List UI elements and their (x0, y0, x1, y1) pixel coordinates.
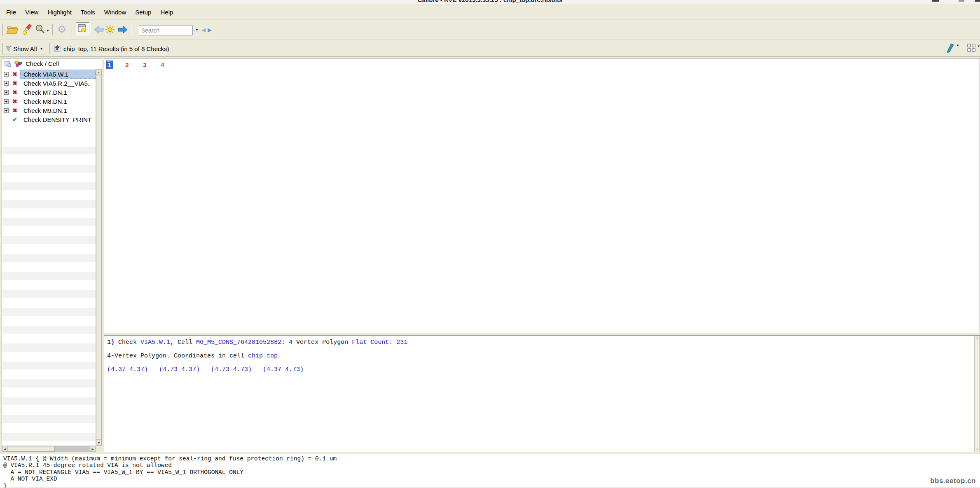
fail-x-icon: ✖ (11, 80, 19, 86)
menu-highlight[interactable]: Highlight (43, 7, 76, 18)
tree-row-check-via5-r-2[interactable]: + ✖ Check VIA5.R.2__VIA5. (2, 79, 96, 88)
open-results-button[interactable] (6, 24, 19, 35)
results-pane[interactable]: 1 2 3 4 (104, 58, 980, 333)
zoom-highlight-button[interactable] (35, 24, 45, 35)
layout-grid-button[interactable]: ▼ (967, 44, 980, 52)
expand-plus-icon[interactable]: + (4, 99, 9, 104)
next-result-button[interactable] (117, 25, 128, 34)
result-item-1[interactable]: 1 (106, 61, 113, 69)
tree-vertical-scrollbar[interactable]: ▲ ▼ (96, 69, 102, 446)
tree-row-check-density-print[interactable]: ✔ Check DENSITY_PRINT (2, 115, 96, 124)
tree-row-label: Check M7.DN.1 (22, 88, 69, 97)
expand-plus-icon[interactable]: + (4, 90, 9, 95)
tree-row-check-m9-dn-1[interactable]: + ✖ Check M9.DN.1 (2, 106, 96, 115)
toolbar-drag-handle[interactable] (2, 23, 3, 36)
tree-row-check-via5-w-1[interactable]: + ✖ Check VIA5.W.1 (2, 70, 96, 79)
tree-row-check-m7-dn-1[interactable]: + ✖ Check M7.DN.1 (2, 88, 96, 97)
window-title: Calibre - RVE v2015.3.35.25 : chip_top.d… (0, 0, 980, 3)
tree-row-check-m8-dn-1[interactable]: + ✖ Check M8.DN.1 (2, 97, 96, 106)
show-all-label: Show All (13, 45, 37, 52)
tree-row-label: Check M8.DN.1 (22, 97, 69, 106)
details-scrollbar[interactable]: ▲ ▼ (974, 336, 980, 452)
toolbar-drag-handle[interactable] (131, 23, 132, 36)
minimize-button[interactable] (932, 0, 939, 2)
tree-row-label: Check DENSITY_PRINT (22, 115, 93, 124)
watermark-text: bbs.eetop.cn (930, 477, 976, 485)
magnifier-icon (35, 24, 45, 35)
cell-name-link[interactable]: M6_M5_CDNS_764281052882 (196, 339, 281, 346)
result-details-pane: 1) Check VIA5.W.1, Cell M6_M5_CDNS_76428… (104, 335, 980, 452)
scroll-right-icon[interactable]: ▶ (90, 446, 96, 452)
check-name-link[interactable]: VIA5.W.1 (140, 339, 170, 346)
chip-top-link[interactable]: chip_top (248, 353, 278, 360)
show-highlights-toggle[interactable] (76, 22, 89, 35)
zoom-dropdown-arrow[interactable]: ▼ (46, 29, 49, 33)
maximize-button[interactable] (959, 0, 964, 2)
menu-bar: File View Highlight Tools Window Setup H… (0, 5, 980, 20)
previous-result-button[interactable] (94, 25, 104, 34)
expand-plus-icon[interactable]: + (4, 72, 9, 77)
menu-file[interactable]: File (2, 7, 21, 18)
expand-plus-icon[interactable]: + (4, 108, 9, 113)
highlighter-icon (22, 24, 33, 35)
back-arrow-icon (94, 25, 104, 34)
pen-dropdown-arrow[interactable]: ▼ (956, 44, 959, 47)
filter-bar: Show All ▼ chip_top, 11 Results (in 5 of… (0, 40, 980, 57)
scroll-up-icon[interactable]: ▲ (96, 69, 102, 75)
search-prev-chevron[interactable]: ◀ (201, 27, 206, 33)
highlight-pills-icon[interactable] (14, 61, 23, 67)
tree-row-label: Check VIA5.R.2__VIA5. (22, 79, 91, 88)
fail-x-icon: ✖ (11, 71, 19, 77)
report-form-icon[interactable] (5, 61, 11, 67)
highlight-result-button[interactable] (105, 25, 115, 35)
search-next-chevron[interactable]: ▶ (208, 27, 212, 33)
pass-check-icon: ✔ (11, 116, 19, 123)
menu-setup[interactable]: Setup (131, 7, 156, 18)
results-tab[interactable]: chip_top, 11 Results (in 5 of 8 Checks) (54, 43, 169, 54)
grid-dropdown-arrow[interactable]: ▼ (977, 44, 980, 48)
tree-vscroll-thumb[interactable] (96, 75, 102, 440)
toolbar-separator (52, 24, 53, 35)
menu-view[interactable]: View (21, 7, 43, 18)
highlight-button[interactable] (22, 24, 33, 35)
tree-horizontal-scrollbar[interactable]: ◀ ▶ (2, 446, 96, 452)
result-item-3[interactable]: 3 (141, 61, 148, 69)
toolbar-separator (19, 24, 20, 35)
coordinates-link[interactable]: (4.37 4.37) (4.73 4.37) (4.73 4.73) (4.3… (107, 366, 304, 373)
scroll-down-icon[interactable]: ▼ (975, 448, 980, 451)
rule-line: VIA5.W.1 { @ Width (maximum = minimum ex… (3, 455, 980, 462)
details-coordinates: (4.37 4.37) (4.73 4.37) (4.73 4.73) (4.3… (107, 366, 973, 374)
cell-results-icon (54, 45, 61, 52)
toolbar: ▼ ⚙ (0, 20, 980, 40)
tree-hscroll-thumb[interactable] (8, 446, 55, 452)
show-all-dropdown-arrow: ▼ (40, 47, 43, 51)
calibre-rve-window: Calibre - RVE v2015.3.35.25 : chip_top.d… (0, 0, 980, 488)
checks-tree-panel: Check / Cell + ✖ Check VIA5.W.1 + ✖ Chec… (2, 58, 102, 452)
menu-help[interactable]: Help (156, 7, 178, 18)
details-line-2: 4-Vertex Polygon. Coordinates in cell ch… (107, 352, 973, 360)
toolbar-drag-handle[interactable] (71, 23, 72, 36)
close-button[interactable] (975, 0, 980, 2)
expand-plus-icon[interactable]: + (4, 81, 9, 86)
funnel-icon (5, 45, 12, 52)
search-input[interactable] (139, 26, 193, 35)
toolbar-separator (90, 24, 91, 35)
result-item-2[interactable]: 2 (124, 61, 131, 69)
highlight-pen-button[interactable]: ▼ (946, 43, 959, 54)
rule-line: } (3, 483, 980, 488)
gear-icon[interactable]: ⚙ (57, 24, 66, 35)
menu-window[interactable]: Window (100, 7, 131, 18)
menu-tools[interactable]: Tools (76, 7, 100, 18)
rule-text-panel: VIA5.W.1 { @ Width (maximum = minimum ex… (0, 454, 980, 488)
scroll-left-icon[interactable]: ◀ (2, 446, 8, 452)
fail-x-icon: ✖ (11, 98, 19, 105)
rule-line: A = NOT RECTANGLE VIA5 == VIA5_W_1 BY ==… (3, 469, 980, 476)
show-all-filter-button[interactable]: Show All ▼ (2, 43, 46, 54)
fail-x-icon: ✖ (11, 107, 19, 114)
scroll-up-icon[interactable]: ▲ (975, 336, 980, 339)
scroll-down-icon[interactable]: ▼ (96, 440, 102, 446)
search-dropdown-arrow[interactable]: ▼ (195, 28, 199, 32)
result-item-4[interactable]: 4 (159, 61, 166, 69)
tree-empty-stripes (2, 147, 96, 446)
tree-rows: + ✖ Check VIA5.W.1 + ✖ Check VIA5.R.2__V… (2, 69, 96, 446)
